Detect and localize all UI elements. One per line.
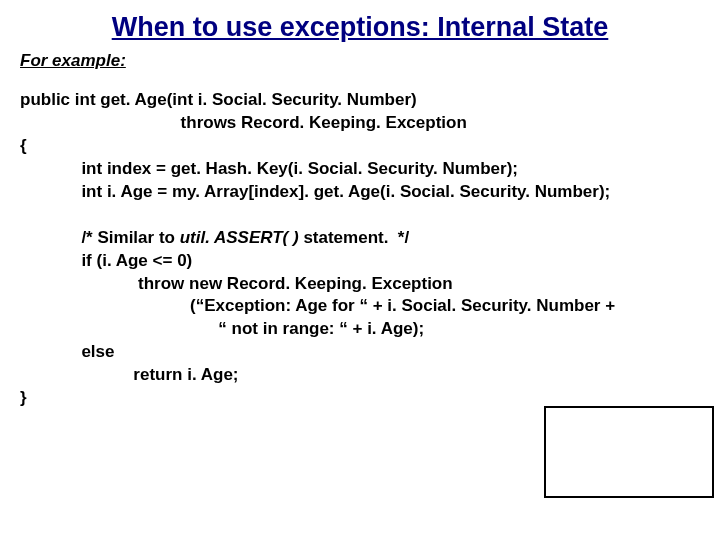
code-else: else <box>20 342 115 361</box>
code-if: if (i. Age <= 0) <box>20 251 192 270</box>
code-comment-italic: util. ASSERT( ) <box>180 228 299 247</box>
code-close-brace: } <box>20 388 27 407</box>
code-throw: throw new Record. Keeping. Exception <box>20 274 453 293</box>
code-return: return i. Age; <box>20 365 239 384</box>
code-block: public int get. Age(int i. Social. Secur… <box>20 89 720 410</box>
example-label: For example: <box>20 51 720 71</box>
code-open-brace: { <box>20 136 27 155</box>
code-body-2: int i. Age = my. Array[index]. get. Age(… <box>20 182 610 201</box>
code-throw-arg2: “ not in range: “ + i. Age); <box>20 319 424 338</box>
code-comment-suffix: statement. */ <box>299 228 410 247</box>
code-comment-prefix: /* Similar to <box>20 228 180 247</box>
code-signature-1: public int get. Age(int i. Social. Secur… <box>20 90 417 109</box>
code-throw-arg1: (“Exception: Age for “ + i. Social. Secu… <box>20 296 615 315</box>
code-body-1: int index = get. Hash. Key(i. Social. Se… <box>20 159 518 178</box>
slide-title: When to use exceptions: Internal State <box>0 0 720 43</box>
code-signature-2: throws Record. Keeping. Exception <box>20 113 467 132</box>
example-label-text: For example: <box>20 51 126 70</box>
corner-box <box>544 406 714 498</box>
